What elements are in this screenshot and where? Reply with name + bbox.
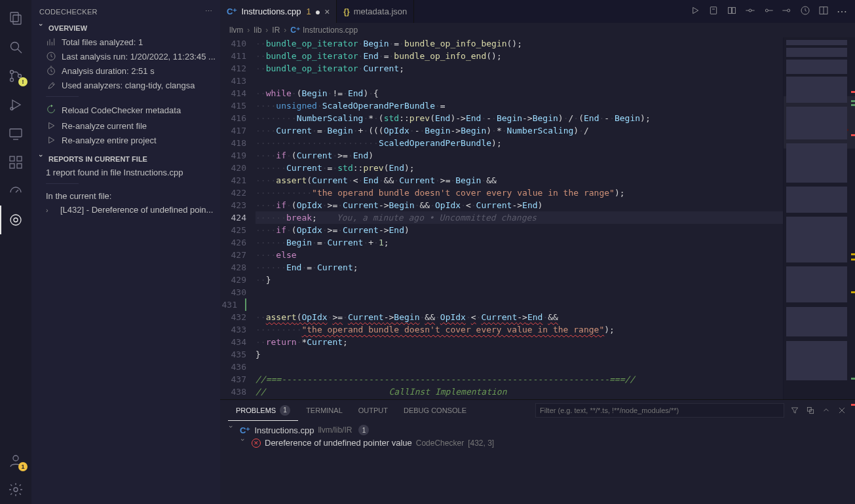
problems-file-name: Instructions.cpp bbox=[254, 425, 314, 435]
breadcrumb-item[interactable]: Instructions.cpp bbox=[303, 26, 358, 35]
svg-rect-43 bbox=[807, 407, 811, 411]
svg-marker-27 bbox=[49, 137, 54, 143]
problems-item-text: Dereference of undefined pointer value bbox=[265, 438, 412, 448]
workbench-root: ! 1 CODECHECKER ⋯ ›Overview Total files … bbox=[0, 0, 855, 504]
overview-item: Total files analyzed: 1 bbox=[31, 35, 220, 49]
problems-list: › C⁺ Instructions.cpp llvm/lib/IR 1 › ✕ … bbox=[220, 421, 855, 504]
codechecker-icon[interactable] bbox=[0, 206, 31, 234]
error-icon: ✕ bbox=[252, 439, 261, 448]
accounts-badge: 1 bbox=[18, 462, 28, 471]
svg-rect-32 bbox=[732, 7, 736, 13]
line-gutter: 4104114124134144154164174184194204214224… bbox=[220, 37, 256, 399]
breadcrumbs[interactable]: llvm› lib› IR› C⁺ Instructions.cpp bbox=[220, 23, 855, 37]
reports-header[interactable]: ›Reports in current file bbox=[31, 154, 220, 164]
panel-tab-problems[interactable]: Problems1 bbox=[228, 400, 298, 421]
bottom-panel: Problems1 Terminal Output Debug Console … bbox=[220, 399, 855, 504]
reports-summary: 1 report found in file Instructions.cpp bbox=[31, 166, 220, 179]
side-panel-more-icon[interactable]: ⋯ bbox=[205, 7, 212, 16]
commit-icon[interactable] bbox=[745, 5, 755, 18]
problems-item-row[interactable]: › ✕ Dereference of undefined pointer val… bbox=[227, 437, 848, 449]
explorer-icon[interactable] bbox=[0, 4, 31, 33]
problems-file-count: 1 bbox=[358, 425, 369, 435]
tab-metadata-json[interactable]: {} metadata.json bbox=[337, 0, 414, 23]
panel-tab-debug[interactable]: Debug Console bbox=[396, 400, 474, 421]
more-icon[interactable]: ⋯ bbox=[837, 5, 847, 18]
side-panel-title: CODECHECKER ⋯ bbox=[31, 0, 220, 23]
split-editor-icon[interactable] bbox=[818, 5, 829, 18]
history-icon[interactable] bbox=[800, 5, 810, 18]
overview-item: Used analyzers: clang-tidy, clangsa bbox=[31, 78, 220, 92]
prev-change-icon[interactable] bbox=[763, 5, 774, 18]
problems-count-badge: 1 bbox=[280, 405, 290, 416]
svg-point-36 bbox=[765, 9, 768, 12]
svg-line-15 bbox=[16, 190, 18, 192]
cpp-file-icon: C⁺ bbox=[227, 7, 237, 16]
json-file-icon: {} bbox=[343, 7, 349, 16]
panel-tab-output[interactable]: Output bbox=[351, 400, 396, 421]
editor-tabs: C⁺ Instructions.cpp 1 ● × {} metadata.js… bbox=[220, 0, 855, 23]
problems-file-row[interactable]: › C⁺ Instructions.cpp llvm/lib/IR 1 bbox=[227, 423, 848, 437]
overview-action-reanalyze-file[interactable]: Re-analyze current file bbox=[31, 118, 220, 133]
svg-marker-7 bbox=[12, 100, 20, 109]
breadcrumb-item[interactable]: IR bbox=[272, 26, 280, 35]
svg-rect-44 bbox=[810, 410, 814, 414]
svg-rect-13 bbox=[10, 164, 14, 168]
filter-icon[interactable] bbox=[789, 405, 800, 416]
svg-rect-9 bbox=[10, 129, 22, 137]
breadcrumb-item[interactable]: lib bbox=[254, 26, 261, 35]
panel-tab-terminal[interactable]: Terminal bbox=[298, 400, 351, 421]
cpp-file-icon: C⁺ bbox=[290, 26, 300, 35]
svg-point-33 bbox=[749, 9, 751, 12]
accounts-icon[interactable]: 1 bbox=[0, 446, 31, 475]
settings-gear-icon[interactable] bbox=[0, 475, 31, 504]
problems-filter-input[interactable] bbox=[535, 403, 784, 418]
panel-close-icon[interactable] bbox=[837, 405, 847, 416]
svg-marker-26 bbox=[49, 122, 54, 128]
overview-header[interactable]: ›Overview bbox=[31, 23, 220, 33]
nav-icon[interactable] bbox=[708, 5, 719, 18]
svg-point-2 bbox=[11, 43, 19, 50]
minimap[interactable] bbox=[783, 37, 855, 399]
search-icon[interactable] bbox=[0, 33, 31, 62]
overview-item: Last analysis run: 1/20/2022, 11:23:45 .… bbox=[31, 49, 220, 63]
overview-item: Analysis duration: 2:51 s bbox=[31, 63, 220, 78]
svg-point-8 bbox=[10, 107, 13, 110]
code-editor[interactable]: 4104114124134144154164174184194204214224… bbox=[220, 37, 855, 399]
panel-toggle-icon[interactable] bbox=[821, 405, 831, 416]
tab-dirty-count: 1 bbox=[306, 7, 311, 16]
tab-close-icon[interactable]: × bbox=[324, 7, 330, 17]
svg-rect-11 bbox=[10, 156, 14, 161]
overview-section: ›Overview Total files analyzed: 1 Last a… bbox=[31, 23, 220, 154]
svg-rect-1 bbox=[13, 15, 21, 24]
next-change-icon[interactable] bbox=[782, 5, 792, 18]
compare-icon[interactable] bbox=[727, 5, 737, 18]
svg-point-4 bbox=[10, 71, 14, 74]
tab-modified-dot: ● bbox=[315, 7, 320, 17]
reports-item[interactable]: ›[L432] - Dereference of undefined poin.… bbox=[31, 203, 220, 217]
svg-line-3 bbox=[18, 49, 22, 53]
svg-point-18 bbox=[13, 456, 18, 461]
remote-icon[interactable] bbox=[0, 119, 31, 148]
reports-section: ›Reports in current file 1 report found … bbox=[31, 154, 220, 223]
scm-badge: ! bbox=[18, 77, 28, 86]
source-control-icon[interactable]: ! bbox=[0, 62, 31, 90]
editor-actions: ⋯ bbox=[682, 0, 855, 23]
overview-action-reload[interactable]: Reload CodeChecker metadata bbox=[31, 102, 220, 118]
breadcrumb-item[interactable]: llvm bbox=[229, 26, 243, 35]
collapse-all-icon[interactable] bbox=[805, 405, 816, 416]
tab-instructions-cpp[interactable]: C⁺ Instructions.cpp 1 ● × bbox=[220, 0, 337, 23]
run-icon[interactable] bbox=[690, 5, 700, 18]
side-panel: CODECHECKER ⋯ ›Overview Total files anal… bbox=[31, 0, 220, 504]
svg-point-17 bbox=[14, 218, 18, 222]
code-content[interactable]: ··bundle_op_iterator·Begin·=·bundle_op_i… bbox=[256, 37, 783, 399]
extensions-icon[interactable] bbox=[0, 148, 31, 177]
svg-rect-12 bbox=[17, 156, 22, 161]
svg-point-16 bbox=[10, 215, 21, 225]
problems-item-source: CodeChecker bbox=[416, 439, 464, 448]
overview-action-reanalyze-project[interactable]: Re-analyze entire project bbox=[31, 133, 220, 147]
svg-marker-28 bbox=[693, 7, 698, 13]
tab-label: metadata.json bbox=[354, 7, 408, 16]
problems-file-path: llvm/lib/IR bbox=[318, 425, 352, 435]
run-debug-icon[interactable] bbox=[0, 90, 31, 119]
dashboard-icon[interactable] bbox=[0, 177, 31, 206]
